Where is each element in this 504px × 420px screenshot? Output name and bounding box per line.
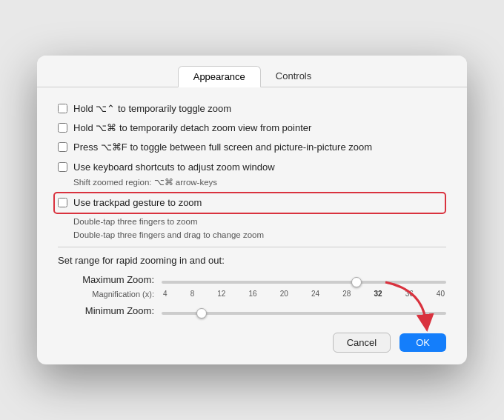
rapid-zoom-label: Set range for rapid zooming in and out: [58,255,446,266]
tick-marks: 4 8 12 16 20 24 28 32 36 40 [162,290,446,298]
keyboard-shortcuts-checkbox[interactable] [58,162,67,172]
trackpad-sub-2: Double-tap three fingers and drag to cha… [73,230,446,239]
tab-appearance[interactable]: Appearance [178,66,261,87]
trackpad-sub-1: Double-tap three fingers to zoom [73,217,446,226]
tick-4: 4 [163,290,168,298]
trackpad-gesture-label: Use trackpad gesture to zoom [73,196,202,210]
tick-24: 24 [311,290,319,298]
max-zoom-row: Maximum Zoom: [58,273,446,287]
min-zoom-slider-container [162,304,446,318]
min-zoom-label: Minimum Zoom: [58,305,154,316]
divider [58,247,446,247]
tick-16: 16 [249,290,257,298]
tab-controls[interactable]: Controls [261,66,326,87]
checkbox-row-1: Hold ⌥⌃ to temporarily toggle zoom [58,102,446,116]
hold-detach-label: Hold ⌥⌘ to temporarily detach zoom view … [73,121,311,135]
min-zoom-slider[interactable] [162,312,446,315]
trackpad-gesture-checkbox[interactable] [58,198,67,207]
tick-40: 40 [437,290,445,298]
press-toggle-checkbox[interactable] [58,142,67,152]
checkbox-row-4: Use keyboard shortcuts to adjust zoom wi… [58,161,446,174]
tick-12: 12 [217,290,225,298]
ok-button[interactable]: OK [399,333,446,352]
max-zoom-slider-container [162,273,446,287]
tick-32: 32 [374,290,382,298]
tick-8: 8 [190,290,195,298]
hold-detach-checkbox[interactable] [58,123,67,133]
max-zoom-slider[interactable] [162,281,446,284]
cancel-button[interactable]: Cancel [333,333,391,353]
checkbox-row-3: Press ⌥⌘F to toggle between full screen … [58,141,446,154]
dialog: Appearance Controls Hold ⌥⌃ to temporari… [37,56,467,364]
footer: Cancel OK [37,327,467,353]
hold-toggle-checkbox[interactable] [58,104,67,113]
tab-bar: Appearance Controls [37,56,467,87]
tick-marks-row: Magnification (x): 4 8 12 16 20 24 28 32… [58,290,446,299]
checkbox-row-2: Hold ⌥⌘ to temporarily detach zoom view … [58,121,446,135]
press-toggle-label: Press ⌥⌘F to toggle between full screen … [73,141,372,154]
hold-toggle-label: Hold ⌥⌃ to temporarily toggle zoom [73,102,231,116]
content-area: Hold ⌥⌃ to temporarily toggle zoom Hold … [37,99,467,327]
max-zoom-label: Maximum Zoom: [58,274,154,285]
keyboard-shortcuts-label: Use keyboard shortcuts to adjust zoom wi… [73,161,275,174]
min-zoom-row: Minimum Zoom: [58,304,446,318]
magnification-label: Magnification (x): [58,290,154,299]
tick-20: 20 [280,290,288,298]
keyboard-sub-text: Shift zoomed region: ⌥⌘ arrow-keys [73,177,446,187]
tick-36: 36 [405,290,414,298]
trackpad-gesture-row: Use trackpad gesture to zoom [53,192,446,214]
tick-28: 28 [342,290,351,298]
